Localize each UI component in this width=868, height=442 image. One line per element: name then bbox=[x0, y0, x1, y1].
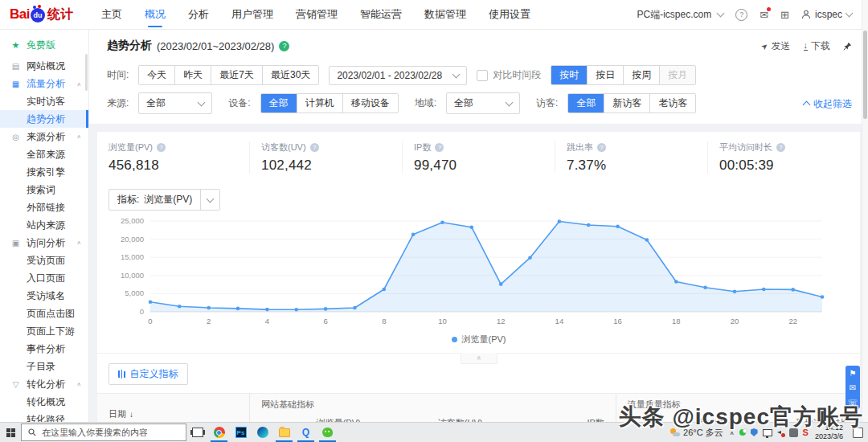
sidebar-section-source[interactable]: ◎来源分析∧ bbox=[0, 128, 88, 145]
chart-legend[interactable]: 浏览量(PV) bbox=[97, 330, 860, 348]
wechat-taskbar-button[interactable] bbox=[317, 423, 338, 442]
chevron-down-icon bbox=[845, 10, 854, 18]
sogou-tray-icon[interactable]: S bbox=[803, 428, 809, 437]
top-nav-item[interactable]: 用户管理 bbox=[231, 1, 273, 28]
region-select[interactable]: 全部 bbox=[446, 92, 520, 114]
device-button[interactable]: 移动设备 bbox=[342, 94, 398, 113]
sort-desc-icon[interactable]: ↓ bbox=[129, 410, 133, 419]
scrollbar-thumb[interactable] bbox=[863, 31, 867, 119]
sidebar-item[interactable]: 站内来源 bbox=[0, 216, 88, 234]
sidebar-item[interactable]: 页面上下游 bbox=[0, 322, 88, 340]
quick-range-button[interactable]: 最近7天 bbox=[211, 66, 262, 84]
wechat-tray-icon[interactable] bbox=[739, 429, 746, 436]
date-range-picker[interactable]: 2023/02/01 - 2023/02/28 bbox=[329, 66, 467, 85]
sidebar-section-overview[interactable]: ▤网站概况 bbox=[0, 57, 88, 75]
info-icon[interactable]: ? bbox=[157, 143, 166, 152]
pin-button[interactable] bbox=[843, 42, 852, 51]
weather-widget[interactable]: 26°C 多云 bbox=[670, 427, 723, 439]
message-icon[interactable]: ✉ bbox=[760, 10, 768, 20]
contact-icon[interactable]: ☏ bbox=[845, 395, 860, 409]
sidebar-section-traffic[interactable]: ▦流量分析∧ bbox=[0, 75, 88, 92]
task-view-taskbar-button[interactable] bbox=[186, 423, 208, 442]
sidebar-section-visit[interactable]: ▣访问分析∧ bbox=[0, 234, 88, 252]
custom-metric-button[interactable]: 自定义指标 bbox=[108, 363, 188, 385]
top-nav-item[interactable]: 概况 bbox=[145, 1, 166, 28]
top-nav-item[interactable]: 主页 bbox=[101, 1, 122, 28]
send-button[interactable]: ➤发送 bbox=[761, 39, 790, 53]
hidden-icons-chevron[interactable]: ∧ bbox=[730, 429, 735, 435]
edge-taskbar-button[interactable] bbox=[252, 423, 273, 442]
page-scrollbar[interactable] bbox=[862, 0, 868, 423]
display-tray-icon[interactable] bbox=[763, 429, 772, 436]
date-range-value: 2023/02/01 - 2023/02/28 bbox=[337, 70, 442, 81]
compare-period-checkbox[interactable]: 对比时间段 bbox=[477, 68, 541, 82]
taskbar-search[interactable]: 在这里输入你要搜索的内容 bbox=[21, 424, 186, 441]
info-icon[interactable]: ? bbox=[435, 143, 444, 152]
info-icon[interactable]: ? bbox=[597, 143, 606, 152]
volume-muted-icon[interactable] bbox=[777, 429, 784, 436]
baidu-tongji-logo[interactable]: Bai du 统计 bbox=[0, 6, 93, 23]
metric-selector[interactable]: 指标: 浏览量(PV) bbox=[108, 189, 220, 211]
visitor-button[interactable]: 新访客 bbox=[604, 94, 649, 113]
sidebar-item[interactable]: 子目录 bbox=[0, 358, 88, 375]
visitor-button[interactable]: 老访客 bbox=[649, 94, 695, 113]
chrome-taskbar-button[interactable] bbox=[208, 423, 230, 442]
help-icon[interactable]: ? bbox=[735, 9, 747, 21]
quick-range-button[interactable]: 昨天 bbox=[174, 66, 211, 84]
action-center-icon[interactable] bbox=[853, 428, 863, 438]
sidebar-item[interactable]: 受访页面 bbox=[0, 252, 88, 269]
device-group: 全部计算机移动设备 bbox=[260, 93, 399, 113]
title-help-icon[interactable]: ? bbox=[279, 41, 289, 51]
granularity-button[interactable]: 按日 bbox=[587, 66, 623, 84]
apps-icon[interactable]: ⊞ bbox=[780, 10, 789, 20]
feedback-mail-icon[interactable]: ✉ bbox=[845, 380, 860, 395]
info-icon[interactable]: ? bbox=[776, 143, 785, 152]
stat-label-text: IP数 bbox=[414, 141, 431, 153]
file-explorer-taskbar-button[interactable] bbox=[273, 423, 295, 442]
sidebar-version-badge[interactable]: ★免费版 bbox=[0, 36, 88, 54]
sidebar-item[interactable]: 搜索引擎 bbox=[0, 163, 88, 181]
sidebar-item[interactable]: 全部来源 bbox=[0, 145, 88, 163]
sidebar-item[interactable]: 转化概况 bbox=[0, 393, 88, 411]
granularity-button[interactable]: 按月 bbox=[659, 66, 695, 84]
quick-range-button[interactable]: 今天 bbox=[139, 66, 174, 84]
sidebar-section-convert[interactable]: ▽转化分析∧ bbox=[0, 375, 88, 393]
user-menu[interactable]: icspec bbox=[801, 9, 852, 20]
security-shield-icon[interactable] bbox=[751, 428, 758, 436]
top-nav-item[interactable]: 智能运营 bbox=[360, 1, 402, 28]
chart-collapse-tab[interactable]: « bbox=[461, 353, 497, 364]
photoshop-taskbar-button[interactable]: Ps bbox=[230, 423, 252, 442]
date-header-label: 日期 bbox=[108, 409, 126, 419]
sidebar-item[interactable]: 搜索词 bbox=[0, 181, 88, 198]
sidebar-item[interactable]: 受访域名 bbox=[0, 287, 88, 305]
sidebar-item[interactable]: 页面点击图 bbox=[0, 305, 88, 322]
device-button[interactable]: 计算机 bbox=[297, 94, 342, 113]
floating-toolbar: ⚑ ✉ ☏ bbox=[845, 366, 860, 409]
top-nav-item[interactable]: 数据管理 bbox=[424, 1, 466, 28]
download-button[interactable]: ↓下载 bbox=[804, 39, 831, 53]
sidebar-item[interactable]: 实时访客 bbox=[0, 92, 88, 110]
granularity-button[interactable]: 按周 bbox=[623, 66, 659, 84]
collapse-filter-button[interactable]: 收起筛选 bbox=[804, 97, 852, 111]
source-select[interactable]: 全部 bbox=[138, 92, 212, 114]
taskbar-clock[interactable]: 14:12 2023/3/6 bbox=[815, 424, 843, 441]
bookmark-icon[interactable]: ⚑ bbox=[845, 366, 860, 380]
device-button[interactable]: 全部 bbox=[261, 94, 297, 113]
quick-range-button[interactable]: 最近30天 bbox=[262, 66, 318, 84]
qq-browser-taskbar-button[interactable]: Q bbox=[295, 423, 317, 442]
visitor-button[interactable]: 全部 bbox=[568, 94, 604, 113]
sidebar-item[interactable]: 入口页面 bbox=[0, 269, 88, 287]
top-nav-item[interactable]: 营销管理 bbox=[296, 1, 338, 28]
sidebar-item[interactable]: 外部链接 bbox=[0, 198, 88, 216]
start-button[interactable] bbox=[0, 423, 21, 442]
info-icon[interactable]: ? bbox=[310, 143, 319, 152]
sidebar-item[interactable]: 事件分析 bbox=[0, 340, 88, 358]
date-column-header[interactable]: 日期↓ bbox=[97, 394, 250, 424]
photoshop-icon: Ps bbox=[235, 427, 247, 438]
sidebar-item[interactable]: 趋势分析 bbox=[0, 110, 88, 128]
site-selector[interactable]: PC端-icspec.com bbox=[637, 8, 723, 22]
ime-tray-icon[interactable] bbox=[789, 428, 798, 437]
top-nav-item[interactable]: 分析 bbox=[188, 1, 209, 28]
granularity-button[interactable]: 按时 bbox=[551, 66, 587, 84]
top-nav-item[interactable]: 使用设置 bbox=[489, 1, 530, 28]
